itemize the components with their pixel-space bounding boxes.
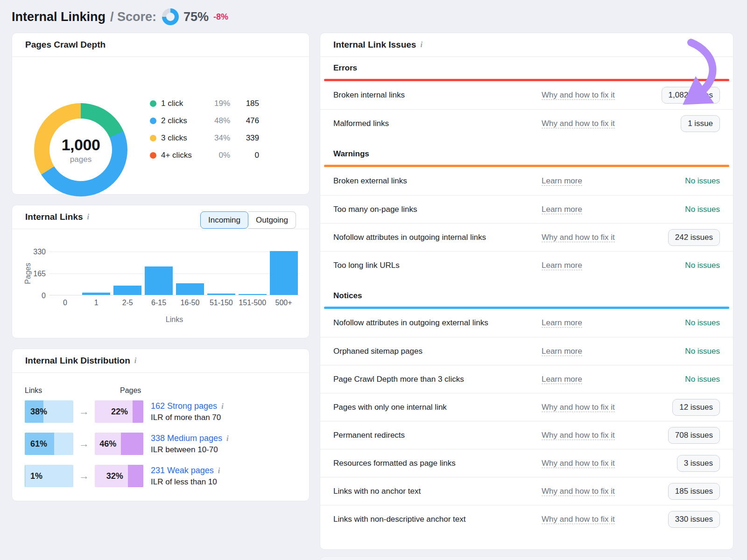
issue-action-cell: Why and how to fix it: [542, 459, 641, 468]
right-column: Internal Link Issues i ErrorsBroken inte…: [320, 33, 733, 560]
card-header: Internal Link Distribution i: [12, 349, 309, 373]
issue-action-cell: Learn more: [542, 261, 641, 270]
learn-more-link[interactable]: Learn more: [542, 261, 582, 270]
issue-count-button[interactable]: 12 issues: [672, 399, 720, 416]
pages-percent-label: 22%: [111, 407, 128, 417]
issue-count-button[interactable]: 242 issues: [668, 229, 720, 246]
x-axis-label: Links: [49, 315, 299, 324]
learn-more-link[interactable]: Learn more: [542, 347, 582, 356]
internal-links-card: Internal Links i Incoming Outgoing 330 1…: [12, 205, 310, 338]
card-title: Internal Links: [25, 212, 83, 222]
distribution-text: 162 Strong pagesi ILR of more than 70: [151, 401, 224, 422]
chart-bar[interactable]: [82, 293, 110, 295]
chart-bar[interactable]: [145, 266, 173, 295]
issue-result-cell: No issues: [641, 205, 720, 214]
donut-total-value: 1,000: [62, 136, 100, 154]
issue-label: Nofollow attributes in outgoing internal…: [333, 233, 542, 242]
issue-row: Permanent redirectsWhy and how to fix it…: [320, 421, 733, 449]
chart-bar[interactable]: [176, 283, 204, 295]
why-how-to-fix-link[interactable]: Why and how to fix it: [542, 233, 615, 242]
learn-more-link[interactable]: Learn more: [542, 205, 582, 214]
x-tick-label: 6-15: [143, 299, 175, 307]
issue-count-button[interactable]: 3 issues: [677, 455, 720, 472]
issue-label: Nofollow attributes in outgoing external…: [333, 318, 542, 328]
why-how-to-fix-link[interactable]: Why and how to fix it: [542, 431, 615, 440]
distribution-text: 338 Medium pagesi ILR between 10-70: [151, 434, 229, 455]
issue-row: Too many on-page linksLearn moreNo issue…: [320, 195, 733, 223]
ilr-description: ILR of less than 10: [151, 477, 220, 487]
issue-label: Broken internal links: [333, 91, 542, 100]
info-icon[interactable]: i: [218, 467, 220, 475]
issue-row: Links with no anchor textWhy and how to …: [320, 477, 733, 505]
issue-result-cell: No issues: [641, 261, 720, 270]
why-how-to-fix-link[interactable]: Why and how to fix it: [542, 515, 615, 524]
issue-count-button[interactable]: 1 issue: [681, 115, 720, 132]
issue-count-button[interactable]: 1,082 issues: [662, 87, 720, 104]
learn-more-link[interactable]: Learn more: [542, 318, 582, 328]
bar-slot: [175, 252, 206, 295]
distribution-row: 38% → 22% 162 Strong pagesi ILR of more …: [25, 400, 296, 423]
issue-result-cell: 1,082 issues: [641, 87, 720, 104]
x-tick-label: 500+: [268, 299, 299, 307]
arrow-right-icon: →: [73, 470, 95, 482]
x-ticks: 012-56-1516-5051-150151-500500+: [49, 299, 299, 307]
weak-pages-link[interactable]: 231 Weak pages: [151, 466, 214, 475]
why-how-to-fix-link[interactable]: Why and how to fix it: [542, 91, 615, 100]
links-percent-label: 61%: [30, 439, 47, 449]
issue-result-cell: No issues: [641, 176, 720, 186]
issue-row: Broken internal linksWhy and how to fix …: [320, 81, 733, 109]
issue-count-button[interactable]: 708 issues: [668, 427, 720, 444]
distribution-rows: 38% → 22% 162 Strong pagesi ILR of more …: [25, 400, 296, 497]
distribution-row: 1% → 32% 231 Weak pagesi ILR of less tha…: [25, 465, 296, 487]
issue-label: Page Crawl Depth more than 3 clicks: [333, 375, 542, 384]
no-issues-text: No issues: [685, 205, 720, 214]
medium-pages-link[interactable]: 338 Medium pages: [151, 434, 222, 443]
why-how-to-fix-link[interactable]: Why and how to fix it: [542, 403, 615, 412]
pages-bar-fill: [121, 433, 143, 455]
why-how-to-fix-link[interactable]: Why and how to fix it: [542, 487, 615, 496]
issue-label: Orphaned sitemap pages: [333, 347, 542, 356]
why-how-to-fix-link[interactable]: Why and how to fix it: [542, 119, 615, 128]
chart-bar[interactable]: [239, 294, 267, 295]
legend-label: 4+ clicks: [161, 151, 208, 160]
info-icon[interactable]: i: [221, 402, 223, 410]
info-icon[interactable]: i: [226, 434, 228, 442]
issue-action-cell: Why and how to fix it: [542, 91, 641, 100]
why-how-to-fix-link[interactable]: Why and how to fix it: [542, 459, 615, 468]
issue-row: Nofollow attributes in outgoing internal…: [320, 223, 733, 251]
issue-row: Nofollow attributes in outgoing external…: [320, 309, 733, 337]
chart-bar[interactable]: [207, 294, 235, 295]
issue-label: Permanent redirects: [333, 431, 542, 440]
learn-more-link[interactable]: Learn more: [542, 375, 582, 384]
toggle-outgoing[interactable]: Outgoing: [248, 211, 296, 229]
issues-section-warnings: WarningsBroken external linksLearn moreN…: [320, 137, 733, 279]
legend-label: 2 clicks: [161, 116, 208, 126]
issue-action-cell: Learn more: [542, 176, 641, 186]
issue-result-cell: 708 issues: [641, 427, 720, 444]
issue-count-button[interactable]: 185 issues: [668, 483, 720, 500]
info-icon[interactable]: i: [87, 213, 89, 221]
pages-bar-fill: [128, 465, 143, 487]
info-icon[interactable]: i: [420, 41, 422, 49]
info-icon[interactable]: i: [134, 357, 136, 365]
pages-percent-label: 32%: [106, 471, 123, 481]
chart-bar[interactable]: [270, 251, 298, 295]
issues-section-errors: ErrorsBroken internal linksWhy and how t…: [320, 57, 733, 137]
no-issues-text: No issues: [685, 318, 720, 327]
links-column-header: Links: [25, 386, 42, 395]
strong-pages-link[interactable]: 162 Strong pages: [151, 401, 217, 411]
links-percent-bar: 61%: [25, 433, 73, 455]
score-delta: -8%: [213, 12, 228, 22]
toggle-incoming[interactable]: Incoming: [200, 211, 248, 229]
y-axis-label: Pages: [24, 263, 32, 284]
chart-bar[interactable]: [113, 286, 141, 295]
issues-section-notices: NoticesNofollow attributes in outgoing e…: [320, 279, 733, 533]
score-label: / Score:: [110, 10, 156, 24]
pages-column-header: Pages: [120, 386, 141, 395]
issue-count-button[interactable]: 330 issues: [668, 511, 720, 528]
issue-label: Pages with only one internal link: [333, 403, 542, 412]
card-title: Internal Link Distribution: [25, 356, 130, 366]
ilr-description: ILR of more than 70: [151, 413, 224, 422]
internal-link-issues-card: Internal Link Issues i ErrorsBroken inte…: [320, 33, 733, 550]
learn-more-link[interactable]: Learn more: [542, 176, 582, 186]
